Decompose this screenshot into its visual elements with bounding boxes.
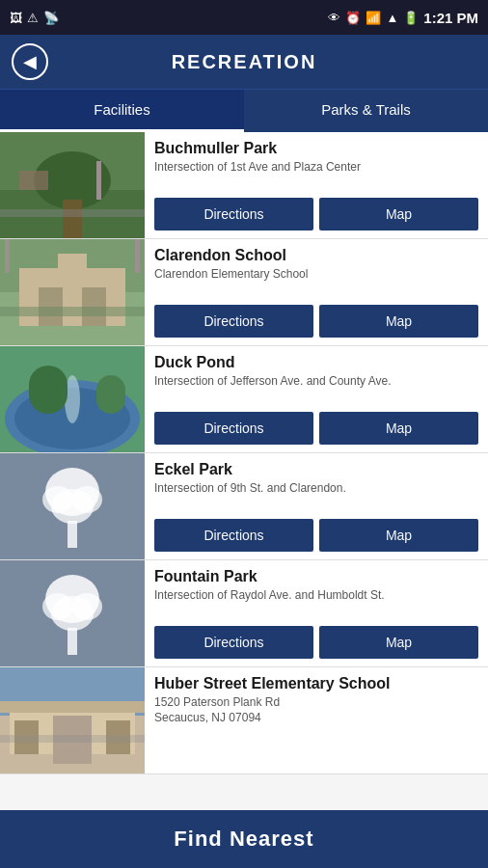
item-address: Intersection of 9th St. and Clarendon. [154,481,478,497]
item-content-buchmuller: Buchmuller Park Intersection of 1st Ave … [145,132,488,238]
svg-point-24 [42,486,73,513]
header: ◀ RECREATION [0,35,488,89]
svg-point-29 [42,593,73,620]
svg-rect-3 [63,200,82,238]
item-name: Huber Street Elementary School [154,675,478,692]
svg-rect-15 [135,239,140,273]
eye-icon: 👁 [328,11,340,25]
item-name: Eckel Park [154,461,478,478]
facilities-list: Buchmuller Park Intersection of 1st Ave … [0,132,488,811]
item-content-huber: Huber Street Elementary School 1520 Pate… [145,667,488,773]
svg-rect-12 [58,254,87,273]
svg-rect-39 [0,735,145,743]
item-buttons: Directions Map [154,305,478,338]
svg-rect-5 [96,161,101,200]
svg-rect-38 [0,701,145,713]
list-item: Duck Pond Intersection of Jefferson Ave.… [0,346,488,453]
status-bar: 🖼 ⚠ 📡 👁 ⏰ 📶 ▲ 🔋 1:21 PM [0,0,488,35]
svg-rect-13 [0,307,145,316]
item-image-clarendon [0,239,145,345]
cell-icon: ▲ [386,11,398,25]
battery-icon: 🔋 [403,11,419,25]
svg-rect-31 [68,628,77,655]
map-button[interactable]: Map [319,519,478,552]
item-image-fountain [0,560,145,666]
svg-rect-20 [29,366,68,414]
svg-rect-9 [19,268,125,326]
svg-point-25 [71,486,102,513]
find-nearest-button[interactable]: Find Nearest [0,810,488,868]
svg-rect-21 [96,375,125,414]
wifi-icon: 📶 [366,11,381,25]
item-content-fountain: Fountain Park Intersection of Raydol Ave… [145,560,488,666]
directions-button[interactable]: Directions [154,412,313,445]
photo-icon: 🖼 [10,11,22,25]
list-item: Buchmuller Park Intersection of 1st Ave … [0,132,488,239]
item-image-duckpond [0,346,145,452]
map-button[interactable]: Map [319,412,478,445]
item-content-clarendon: Clarendon School Clarendon Elementary Sc… [145,239,488,345]
list-item: Huber Street Elementary School 1520 Pate… [0,667,488,774]
signal-icon: 📡 [43,11,59,25]
item-name: Buchmuller Park [154,140,478,157]
item-buttons: Directions Map [154,626,478,659]
item-image-buchmuller [0,132,145,238]
list-item: Fountain Park Intersection of Raydol Ave… [0,560,488,667]
svg-rect-4 [19,171,48,190]
map-button[interactable]: Map [319,626,478,659]
status-time: 1:21 PM [423,10,478,26]
item-address: Intersection of Jefferson Ave. and Count… [154,374,478,390]
page-title: RECREATION [60,51,476,73]
status-left-icons: 🖼 ⚠ 📡 [10,11,59,25]
item-address: Clarendon Elementary School [154,267,478,283]
item-address: Intersection of 1st Ave and Plaza Center [154,160,478,176]
status-right-icons: 👁 ⏰ 📶 ▲ 🔋 1:21 PM [328,10,478,26]
directions-button[interactable]: Directions [154,305,313,338]
list-item: Clarendon School Clarendon Elementary Sc… [0,239,488,346]
svg-rect-26 [68,521,77,548]
alarm-icon: ⏰ [345,11,361,25]
directions-button[interactable]: Directions [154,198,313,231]
tab-facilities[interactable]: Facilities [0,90,244,132]
map-button[interactable]: Map [319,198,478,231]
item-buttons: Directions Map [154,412,478,445]
item-name: Duck Pond [154,354,478,371]
directions-button[interactable]: Directions [154,519,313,552]
item-name: Fountain Park [154,568,478,585]
back-button[interactable]: ◀ [12,43,48,80]
item-address: 1520 Paterson Plank Rd Secaucus, NJ 0709… [154,695,478,725]
svg-rect-6 [0,209,145,217]
tab-bar: Facilities Parks & Trails [0,89,488,132]
list-item: Eckel Park Intersection of 9th St. and C… [0,453,488,560]
item-image-eckel [0,453,145,559]
item-buttons: Directions Map [154,519,478,552]
item-address: Intersection of Raydol Ave. and Humboldt… [154,588,478,604]
item-content-eckel: Eckel Park Intersection of 9th St. and C… [145,453,488,559]
tab-parks-trails[interactable]: Parks & Trails [244,90,488,132]
svg-rect-14 [5,239,10,273]
item-name: Clarendon School [154,247,478,264]
find-nearest-label: Find Nearest [174,827,313,852]
alert-icon: ⚠ [27,11,39,25]
back-arrow-icon: ◀ [23,51,37,72]
map-button[interactable]: Map [319,305,478,338]
item-buttons: Directions Map [154,198,478,231]
svg-point-30 [71,593,102,620]
directions-button[interactable]: Directions [154,626,313,659]
item-image-huber [0,667,145,773]
item-content-duckpond: Duck Pond Intersection of Jefferson Ave.… [145,346,488,452]
